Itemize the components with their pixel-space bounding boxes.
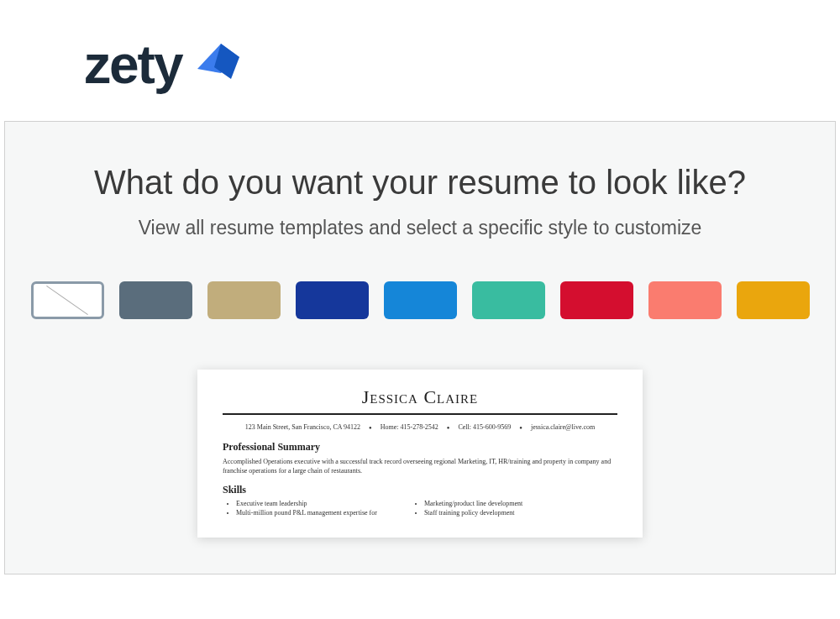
color-swatch-red[interactable]: [560, 281, 633, 319]
color-swatch-blue[interactable]: [384, 281, 457, 319]
page-subheading: View all resume templates and select a s…: [139, 217, 702, 239]
bullet-icon: ●: [369, 425, 372, 430]
template-email: jessica.claire@live.com: [531, 423, 595, 431]
skill-item: Staff training policy development: [424, 509, 522, 517]
arrow-icon: [189, 35, 248, 94]
brand-logo[interactable]: zety: [84, 34, 840, 96]
header: zety: [0, 0, 840, 113]
color-swatch-coral[interactable]: [648, 281, 722, 319]
template-address: 123 Main Street, San Francisco, CA 94122: [245, 423, 360, 431]
template-skills-col2: Marketing/product line development Staff…: [411, 500, 522, 518]
main-panel: What do you want your resume to look lik…: [4, 121, 836, 574]
template-skills-col1: Executive team leadership Multi-million …: [223, 500, 377, 518]
skill-item: Executive team leadership: [236, 500, 377, 507]
color-swatch-tan[interactable]: [207, 281, 281, 319]
template-name: Jessica Claire: [223, 386, 617, 408]
template-contact-line: 123 Main Street, San Francisco, CA 94122…: [223, 423, 617, 431]
color-swatch-slate[interactable]: [119, 281, 192, 319]
page-heading: What do you want your resume to look lik…: [94, 164, 746, 202]
color-swatch-teal[interactable]: [472, 281, 545, 319]
template-skills-title: Skills: [223, 484, 617, 496]
skill-item: Multi-million pound P&L management exper…: [236, 509, 377, 517]
template-skills-columns: Executive team leadership Multi-million …: [223, 500, 617, 518]
bullet-icon: ●: [447, 425, 450, 430]
color-swatch-none[interactable]: [31, 281, 104, 319]
color-swatch-navy[interactable]: [296, 281, 369, 319]
template-home-phone: Home: 415-278-2542: [381, 423, 438, 431]
template-divider: [223, 413, 617, 415]
template-cell-phone: Cell: 415-600-9569: [458, 423, 511, 431]
bullet-icon: ●: [519, 425, 522, 430]
resume-template-preview[interactable]: Jessica Claire 123 Main Street, San Fran…: [197, 370, 643, 538]
template-summary-text: Accomplished Operations executive with a…: [223, 457, 617, 475]
color-swatch-amber[interactable]: [737, 281, 810, 319]
template-summary-title: Professional Summary: [223, 441, 617, 454]
brand-name: zety: [84, 34, 182, 96]
color-palette: [31, 281, 810, 319]
skill-item: Marketing/product line development: [424, 500, 522, 507]
